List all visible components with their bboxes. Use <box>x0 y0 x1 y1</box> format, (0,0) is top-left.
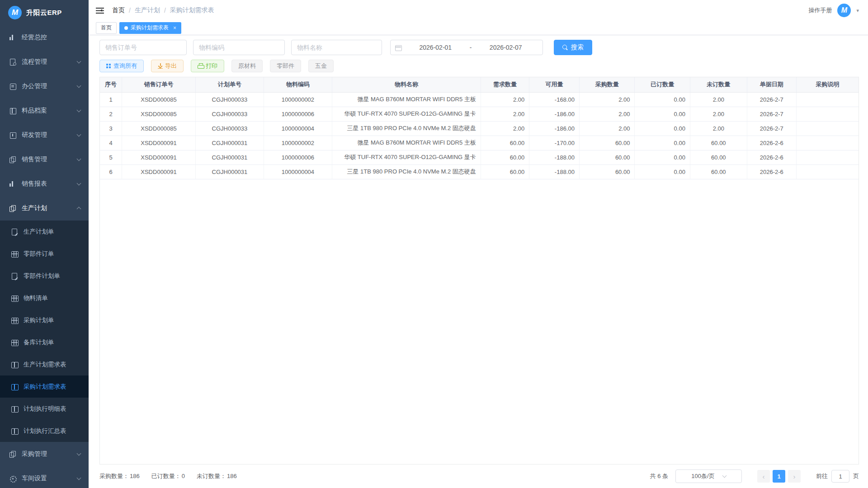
sidebar-item-label: 办公管理 <box>22 82 77 90</box>
breadcrumb-section[interactable]: 生产计划 <box>135 6 160 14</box>
table-cell: 2026-2-7 <box>747 92 796 107</box>
hardware-button[interactable]: 五金 <box>308 60 334 72</box>
navbar-right: 操作手册 M ▾ <box>808 4 859 17</box>
sidebar-item[interactable]: 销售报表 <box>0 172 89 196</box>
table-cell: 2.00 <box>690 121 747 136</box>
sidebar-subitem[interactable]: 物料清单 <box>0 287 89 309</box>
sidebar-item[interactable]: 办公管理 <box>0 74 89 99</box>
goto-page: 前往 页 <box>816 470 859 483</box>
sidebar-subitem[interactable]: 备库计划单 <box>0 331 89 353</box>
table-cell: 华硕 TUF-RTX 4070 SUPER-O12G-GAMING 显卡 <box>332 150 481 164</box>
sidebar-subitem[interactable]: 采购计划需求表 <box>0 375 89 398</box>
query-all-button[interactable]: 查询所有 <box>99 60 144 72</box>
table-cell: -188.00 <box>529 164 580 179</box>
prev-page-button[interactable]: ‹ <box>757 470 770 483</box>
raw-material-label: 原材料 <box>238 62 256 70</box>
sidebar-item[interactable]: 生产计划 <box>0 196 89 221</box>
goto-page-input[interactable] <box>831 470 849 483</box>
next-page-button[interactable]: › <box>788 470 801 483</box>
sidebar-subitem-label: 采购计划单 <box>24 316 80 324</box>
sidebar-subitem-label: 计划执行汇总表 <box>24 427 80 435</box>
table-row[interactable]: 5 XSDD000091 CGJH000031 1000000006 华硕 TU… <box>100 150 859 164</box>
table-cell: 60.00 <box>579 164 634 179</box>
download-icon <box>158 63 163 69</box>
summary-totals: 采购数量：186 已订数量：0 未订数量：186 <box>99 472 237 480</box>
table-cell: 2026-2-6 <box>747 136 796 150</box>
table-cell: 1000000006 <box>264 107 332 121</box>
column-header: 已订数量 <box>635 77 690 92</box>
table-row[interactable]: 2 XSDD000085 CGJH000033 1000000006 华硕 TU… <box>100 107 859 121</box>
tab-home[interactable]: 首页 <box>96 22 117 34</box>
page-size-select[interactable]: 100条/页 <box>675 469 742 483</box>
sidebar-subitem[interactable]: 计划执行汇总表 <box>0 420 89 442</box>
table-row[interactable]: 1 XSDD000085 CGJH000033 1000000002 微星 MA… <box>100 92 859 107</box>
table-cell <box>796 107 859 121</box>
material-code-input[interactable] <box>193 40 285 55</box>
sidebar-item[interactable]: 流程管理 <box>0 50 89 74</box>
sidebar-subitem[interactable]: 零部件计划单 <box>0 265 89 287</box>
chevron-icon <box>77 181 81 186</box>
tab-label: 采购计划需求表 <box>131 24 169 32</box>
manual-link[interactable]: 操作手册 <box>808 6 832 14</box>
tab-purchase-plan-report[interactable]: 采购计划需求表 × <box>119 22 181 34</box>
sidebar-item[interactable]: 研发管理 <box>0 123 89 147</box>
sidebar-subitem[interactable]: 生产计划需求表 <box>0 353 89 375</box>
material-name-input[interactable] <box>291 40 382 55</box>
table-cell: 2026-2-6 <box>747 150 796 164</box>
table-cell: 2026-2-7 <box>747 121 796 136</box>
user-avatar[interactable]: M <box>837 4 851 17</box>
table-cell: 60.00 <box>481 164 529 179</box>
sidebar-subitem-label: 生产计划需求表 <box>24 361 80 369</box>
page-1-button[interactable]: 1 <box>773 470 785 483</box>
sidebar-subitem[interactable]: 生产计划单 <box>0 221 89 243</box>
date-end[interactable]: 2026-02-07 <box>473 44 538 51</box>
sales-order-input[interactable] <box>99 40 187 55</box>
table-row[interactable]: 3 XSDD000085 CGJH000033 1000000004 三星 1T… <box>100 121 859 136</box>
breadcrumb: 首页 / 生产计划 / 采购计划需求表 <box>112 6 214 14</box>
search-icon <box>562 45 568 51</box>
summary-label: 已订数量： <box>151 473 181 479</box>
breadcrumb-home[interactable]: 首页 <box>112 6 125 14</box>
summary-value: 186 <box>227 473 237 479</box>
bar-chart-icon <box>9 180 16 188</box>
parts-button[interactable]: 零部件 <box>270 60 301 72</box>
table-cell: 2.00 <box>481 121 529 136</box>
sidebar-subitem-label: 零部件订单 <box>24 250 80 258</box>
date-start[interactable]: 2026-02-01 <box>403 44 468 51</box>
sidebar-subitem[interactable]: 零部件订单 <box>0 243 89 265</box>
export-button[interactable]: 导出 <box>151 60 184 72</box>
table-cell: CGJH000033 <box>195 92 264 107</box>
sidebar-item[interactable]: 料品档案 <box>0 99 89 123</box>
pagination: 共 6 条 100条/页 ‹ 1 › 前往 页 <box>650 469 859 483</box>
table-cell: 2.00 <box>579 107 634 121</box>
sidebar-item[interactable]: 车间设置 <box>0 466 89 488</box>
table-cell: 6 <box>100 164 122 179</box>
tab-close-icon[interactable]: × <box>173 25 176 31</box>
doc-edit-icon <box>11 272 18 280</box>
user-menu-caret-icon[interactable]: ▾ <box>856 8 859 14</box>
book-icon <box>11 361 18 368</box>
app-title: 升阳云ERP <box>26 9 62 17</box>
print-button[interactable]: 打印 <box>191 60 224 72</box>
table-row[interactable]: 6 XSDD000091 CGJH000031 1000000004 三星 1T… <box>100 164 859 179</box>
search-button[interactable]: 搜索 <box>554 40 592 55</box>
sidebar-item[interactable]: 经营总控 <box>0 25 89 50</box>
table-cell: 微星 MAG B760M MORTAR WIFI DDR5 主板 <box>332 92 481 107</box>
summary-item: 未订数量：186 <box>197 472 237 480</box>
date-range-picker[interactable]: 2026-02-01 - 2026-02-07 <box>390 40 543 55</box>
sidebar-subitem[interactable]: 采购计划单 <box>0 309 89 331</box>
sidebar-item[interactable]: 采购管理 <box>0 442 89 466</box>
table-cell: 0.00 <box>635 150 690 164</box>
summary-label: 采购数量： <box>99 473 129 479</box>
table-row[interactable]: 4 XSDD000091 CGJH000031 1000000002 微星 MA… <box>100 136 859 150</box>
search-button-label: 搜索 <box>571 43 584 52</box>
query-all-label: 查询所有 <box>113 62 137 70</box>
collapse-sidebar-icon[interactable] <box>96 8 104 14</box>
book-icon <box>11 383 18 390</box>
raw-material-button[interactable]: 原材料 <box>231 60 263 72</box>
table-cell: -188.00 <box>529 150 580 164</box>
copy-icon <box>9 450 16 458</box>
sidebar-item[interactable]: 销售管理 <box>0 147 89 172</box>
column-header: 未订数量 <box>690 77 747 92</box>
sidebar-subitem[interactable]: 计划执行明细表 <box>0 398 89 420</box>
